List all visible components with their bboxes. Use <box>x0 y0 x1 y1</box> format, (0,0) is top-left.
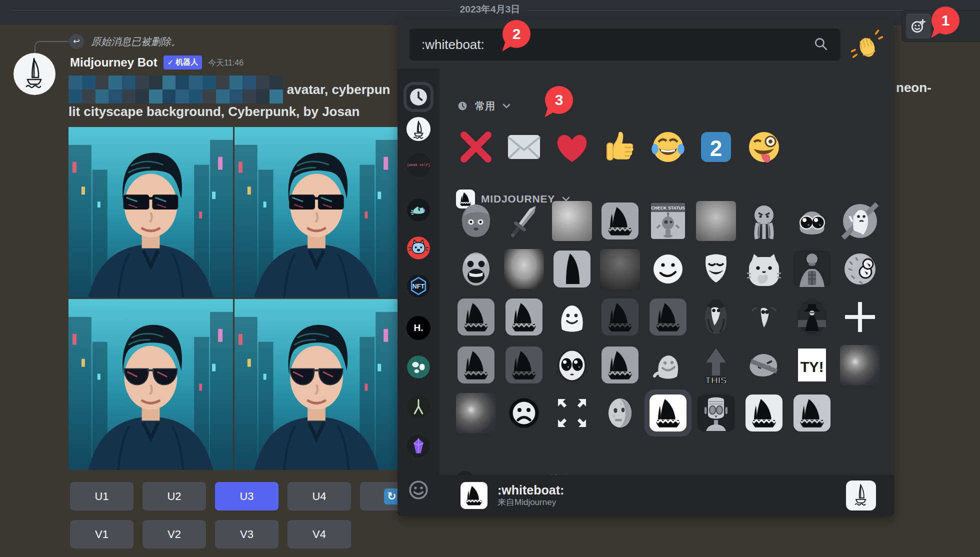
emoji-thumbs-up[interactable] <box>600 127 640 167</box>
v1-button[interactable]: V1 <box>70 520 134 548</box>
emoji-gigachad[interactable] <box>792 249 832 289</box>
emoji-sword[interactable] <box>504 201 544 241</box>
emoji-check-status[interactable]: CHECK STATUS <box>648 201 688 241</box>
emoji-rock-creature[interactable] <box>456 201 496 241</box>
emoji-robot-bust[interactable] <box>696 393 736 433</box>
sidebar-nft-server[interactable]: NFT <box>406 274 430 298</box>
emoji-plus[interactable] <box>840 297 880 337</box>
emoji-boat-2[interactable] <box>504 297 544 337</box>
clock-icon <box>456 100 469 112</box>
emoji-sweaty-ball[interactable] <box>840 249 880 289</box>
picker-content: 常用 2 MIDJOURNEY CHE <box>440 68 894 475</box>
emoji-angry-rock[interactable] <box>744 345 784 385</box>
annotation-badge-1: 1 <box>932 6 960 34</box>
emoji-boat-1[interactable] <box>456 297 496 337</box>
upscale-button-row: U1U2U3U4↻ <box>70 482 424 510</box>
emoji-whiteboat[interactable] <box>648 393 688 433</box>
section-frequent-title: 常用 <box>475 100 496 113</box>
svg-text:CHECK STATUS: CHECK STATUS <box>651 206 685 210</box>
emoji-boat-gray[interactable] <box>600 201 640 241</box>
emoji-plague-hat[interactable] <box>792 297 832 337</box>
discord-app: 2023年4月3日 ↩ 原始消息已被删除。 Midjourney Bot ✓ 机… <box>0 0 980 557</box>
midjourney-bot-avatar[interactable] <box>14 53 56 95</box>
sidebar-teal-server[interactable] <box>406 355 430 379</box>
generated-image-4[interactable] <box>234 299 398 470</box>
emoji-boat-7[interactable] <box>600 345 640 385</box>
clap-preview-emoji[interactable] <box>851 29 883 61</box>
add-reaction-button[interactable] <box>906 14 931 38</box>
section-weakself-header[interactable]: [weak self] WEAK SELF 社群 <box>456 469 586 475</box>
emoji-plague-doctor[interactable] <box>696 297 736 337</box>
emoji-seal-photo[interactable] <box>696 201 736 241</box>
emoji-search-box <box>410 28 840 60</box>
sidebar-recent[interactable] <box>406 85 430 109</box>
generated-image-1[interactable] <box>68 127 233 298</box>
emoji-boat-5[interactable] <box>456 345 496 385</box>
sidebar-midjourney-server[interactable] <box>406 117 430 141</box>
emoji-boat-4[interactable] <box>648 297 688 337</box>
emoji-red-heart[interactable] <box>552 127 592 167</box>
emoji-crying-squid[interactable] <box>744 201 784 241</box>
censored-mosaic <box>68 76 283 104</box>
generated-image-2[interactable] <box>234 127 398 298</box>
u2-button[interactable]: U2 <box>142 482 206 510</box>
emoji-white-blob[interactable] <box>552 297 592 337</box>
emoji-keycap-2[interactable]: 2 <box>696 127 736 167</box>
emoji-ty-card[interactable]: TY! <box>792 345 832 385</box>
emoji-search-input[interactable] <box>410 37 812 52</box>
message-line1: avatar, cyberpun <box>68 75 398 104</box>
chevron-down-icon <box>502 101 512 111</box>
emoji-frown-face[interactable] <box>504 393 544 433</box>
emoji-screaming-face[interactable] <box>456 249 496 289</box>
selected-emoji-source: 来自Midjourney <box>498 497 564 508</box>
emoji-nebula-1[interactable] <box>840 345 880 385</box>
weakself-server-icon: [weak self] <box>456 471 474 475</box>
emoji-third-eye-face[interactable] <box>504 249 544 289</box>
section-frequent-header[interactable]: 常用 <box>456 97 512 115</box>
emoji-dark-creature[interactable] <box>600 249 640 289</box>
emoji-face-with-tears-of-joy[interactable] <box>648 127 688 167</box>
emoji-laughing-mask[interactable] <box>696 249 736 289</box>
emoji-shy-cat[interactable] <box>744 249 784 289</box>
sidebar-wishbone-server[interactable] <box>406 395 430 419</box>
emoji-skull-heart[interactable] <box>744 297 784 337</box>
emoji-moon-face[interactable] <box>600 393 640 433</box>
emoji-dog-photo[interactable] <box>552 201 592 241</box>
emoji-grid-row-2 <box>456 249 880 289</box>
u1-button[interactable]: U1 <box>70 482 134 510</box>
message-line2: lit cityscape background, Cyberpunk, by … <box>68 104 398 120</box>
add-reaction-icon <box>910 18 927 34</box>
sidebar-cat-server[interactable] <box>406 236 430 260</box>
midjourney-boat-icon[interactable] <box>846 480 876 510</box>
sidebar-weak-self-server[interactable]: [weak self] <box>406 153 430 177</box>
emoji-boat-white[interactable] <box>744 393 784 433</box>
generated-image-3[interactable] <box>68 299 233 470</box>
emoji-boat-light[interactable] <box>792 393 832 433</box>
u3-button[interactable]: U3 <box>215 482 278 510</box>
emoji-boat-6[interactable] <box>504 345 544 385</box>
emoji-expand-arrows[interactable] <box>552 393 592 433</box>
emoji-zany-face[interactable] <box>744 127 784 167</box>
sidebar-sneaker-server[interactable] <box>406 198 430 222</box>
emoji-this-arrow[interactable]: THIS <box>696 345 736 385</box>
sidebar-gem-server[interactable] <box>406 434 430 458</box>
emoji-boat-fin[interactable] <box>552 249 592 289</box>
emoji-doodle-smile[interactable] <box>648 249 688 289</box>
v3-button[interactable]: V3 <box>215 520 278 548</box>
sidebar-h-server[interactable]: H. <box>406 316 430 340</box>
emoji-no-ghost[interactable] <box>840 201 880 241</box>
emoji-pleading-eyes[interactable] <box>552 345 592 385</box>
emoji-grid-row-1: CHECK STATUS <box>456 201 880 241</box>
sidebar-standard-emoji[interactable] <box>406 478 430 502</box>
emoji-cross-mark[interactable] <box>456 127 496 167</box>
u4-button[interactable]: U4 <box>288 482 351 510</box>
emoji-boat-3[interactable] <box>600 297 640 337</box>
author-name[interactable]: Midjourney Bot <box>70 56 158 70</box>
emoji-glossy-eyes[interactable] <box>792 201 832 241</box>
v2-button[interactable]: V2 <box>142 520 206 548</box>
emoji-ghost-smile[interactable] <box>648 345 688 385</box>
v4-button[interactable]: V4 <box>288 520 351 548</box>
message-header: Midjourney Bot ✓ 机器人 今天11:46 <box>70 55 244 70</box>
emoji-envelope[interactable] <box>504 127 544 167</box>
emoji-nebula-2[interactable] <box>456 393 496 433</box>
